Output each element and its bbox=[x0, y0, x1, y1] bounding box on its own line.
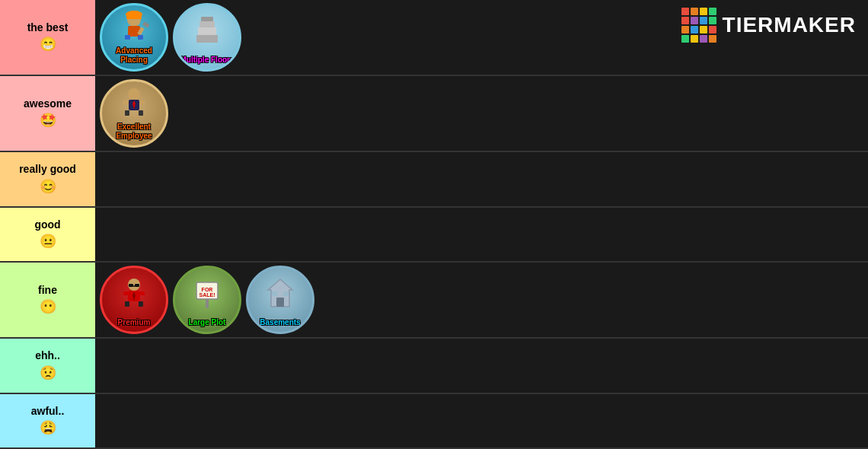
tier-label-fine: fine😶 bbox=[0, 263, 95, 337]
logo-cell bbox=[681, 8, 689, 15]
tier-content-awful bbox=[95, 394, 868, 448]
svg-rect-28 bbox=[140, 291, 145, 295]
item-figure-premium bbox=[117, 268, 151, 318]
tier-content-awesome: Excellent Employee bbox=[95, 76, 868, 151]
svg-point-12 bbox=[128, 88, 140, 100]
svg-rect-16 bbox=[139, 110, 143, 116]
item-figure-multiple-floors bbox=[190, 5, 224, 56]
svg-rect-1 bbox=[128, 26, 140, 37]
item-label-large-plot: Large Plot bbox=[187, 318, 228, 327]
logo-cell bbox=[700, 35, 707, 43]
svg-rect-2 bbox=[125, 35, 130, 40]
tier-table: TiERMAKER the best😁 Advanced Placing Mul… bbox=[0, 0, 868, 449]
tier-content-really-good bbox=[95, 152, 868, 206]
svg-rect-11 bbox=[201, 17, 213, 21]
tier-label-text-fine: fine bbox=[38, 283, 57, 297]
tiermaker-logo: TiERMAKER bbox=[681, 8, 856, 43]
tier-label-text-awesome: awesome bbox=[24, 97, 72, 110]
item-label-advanced-placing: Advanced Placing bbox=[102, 46, 166, 65]
logo-text: TiERMAKER bbox=[723, 13, 856, 37]
tier-item-large-plot[interactable]: FOR SALE! Large Plot bbox=[173, 266, 241, 334]
tier-row-fine: fine😶 Premium FOR SALE! Large Plot Basem… bbox=[0, 263, 868, 339]
logo-cell bbox=[681, 17, 689, 24]
item-label-basements: Basements bbox=[258, 318, 302, 327]
tier-row-awful: awful..😩 bbox=[0, 394, 868, 450]
tier-emoji-really-good: 😊 bbox=[40, 178, 56, 196]
tier-emoji-ehh: 😟 bbox=[40, 365, 56, 382]
logo-cell bbox=[700, 17, 707, 24]
tier-emoji-fine: 😶 bbox=[40, 298, 56, 316]
tier-item-advanced-placing[interactable]: Advanced Placing bbox=[100, 3, 168, 72]
tier-content-good bbox=[95, 208, 868, 262]
svg-rect-34 bbox=[276, 298, 284, 307]
tier-emoji-awesome: 🤩 bbox=[40, 112, 56, 129]
logo-cell bbox=[691, 8, 698, 15]
tier-row-awesome: awesome🤩 Excellent Employee bbox=[0, 76, 868, 152]
svg-rect-5 bbox=[126, 16, 142, 19]
tier-label-ehh: ehh..😟 bbox=[0, 339, 95, 393]
tier-label-awesome: awesome🤩 bbox=[0, 76, 95, 151]
svg-rect-22 bbox=[133, 285, 135, 287]
tier-row-good: good😐 bbox=[0, 208, 868, 263]
tier-label-really-good: really good😊 bbox=[0, 152, 95, 206]
tier-emoji-good: 😐 bbox=[40, 233, 56, 250]
tier-label-text-awful: awful.. bbox=[31, 404, 65, 418]
svg-rect-7 bbox=[142, 21, 149, 27]
tier-item-basements[interactable]: Basements bbox=[246, 266, 314, 334]
svg-rect-10 bbox=[199, 21, 215, 27]
tier-label-awful: awful..😩 bbox=[0, 394, 95, 448]
item-figure-excellent-employee bbox=[117, 81, 151, 123]
item-label-excellent-employee: Excellent Employee bbox=[102, 123, 166, 141]
logo-cell bbox=[709, 8, 716, 15]
logo-cell bbox=[691, 17, 698, 24]
svg-text:FOR: FOR bbox=[202, 287, 213, 292]
svg-rect-18 bbox=[139, 100, 145, 104]
item-figure-basements bbox=[263, 268, 297, 318]
svg-rect-9 bbox=[198, 27, 216, 35]
tier-label-the-best: the best😁 bbox=[0, 0, 95, 75]
tier-row-ehh: ehh..😟 bbox=[0, 339, 868, 394]
tier-label-text-ehh: ehh.. bbox=[35, 349, 60, 362]
tier-item-multiple-floors[interactable]: Multiple Floors bbox=[173, 3, 241, 72]
svg-rect-26 bbox=[139, 301, 143, 307]
svg-rect-21 bbox=[135, 284, 139, 287]
logo-cell bbox=[709, 26, 716, 33]
tier-item-premium[interactable]: Premium bbox=[100, 266, 168, 334]
tier-content-fine: Premium FOR SALE! Large Plot Basements bbox=[95, 263, 868, 337]
svg-rect-8 bbox=[196, 35, 218, 43]
svg-text:SALE!: SALE! bbox=[199, 292, 215, 298]
logo-grid bbox=[681, 8, 716, 43]
svg-rect-36 bbox=[283, 291, 289, 296]
logo-cell bbox=[700, 26, 707, 33]
item-label-premium: Premium bbox=[116, 318, 152, 327]
svg-rect-17 bbox=[123, 100, 129, 104]
tier-emoji-awful: 😩 bbox=[40, 419, 56, 437]
svg-rect-3 bbox=[138, 35, 143, 40]
logo-cell bbox=[681, 35, 689, 43]
svg-rect-30 bbox=[206, 299, 209, 308]
tier-label-text-the-best: the best bbox=[27, 21, 69, 34]
tier-label-text-good: good bbox=[34, 218, 60, 231]
tier-label-good: good😐 bbox=[0, 208, 95, 262]
tier-content-ehh bbox=[95, 339, 868, 393]
item-figure-large-plot: FOR SALE! bbox=[190, 268, 224, 318]
logo-cell bbox=[700, 8, 707, 15]
tier-item-excellent-employee[interactable]: Excellent Employee bbox=[100, 79, 168, 148]
tier-label-text-really-good: really good bbox=[19, 162, 76, 176]
logo-cell bbox=[691, 26, 698, 33]
item-figure-advanced-placing bbox=[117, 5, 151, 46]
tier-emoji-the-best: 😁 bbox=[40, 36, 56, 53]
svg-rect-15 bbox=[125, 110, 129, 116]
logo-cell bbox=[709, 17, 716, 24]
svg-rect-35 bbox=[272, 291, 277, 296]
svg-rect-27 bbox=[123, 291, 128, 295]
item-label-multiple-floors: Multiple Floors bbox=[178, 56, 235, 65]
logo-cell bbox=[681, 26, 689, 33]
logo-cell bbox=[709, 35, 716, 43]
svg-rect-25 bbox=[125, 301, 129, 307]
logo-cell bbox=[691, 35, 698, 43]
tier-row-really-good: really good😊 bbox=[0, 152, 868, 208]
svg-rect-20 bbox=[129, 284, 133, 287]
